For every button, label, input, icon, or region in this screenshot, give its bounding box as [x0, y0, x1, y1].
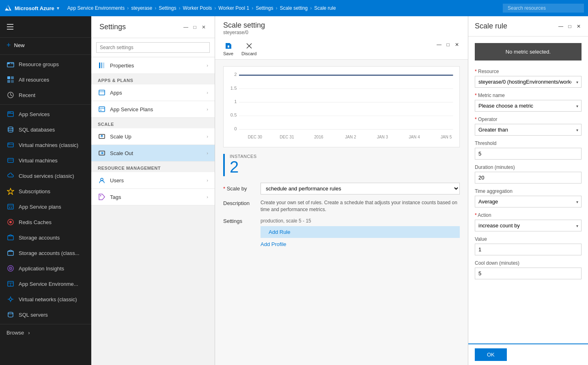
- svg-marker-36: [8, 250, 13, 251]
- sidebar-item-cloud-services[interactable]: Cloud services (classic): [0, 168, 91, 184]
- redis-icon: [6, 218, 15, 226]
- sidebar-item-recent[interactable]: Recent: [0, 87, 91, 103]
- ok-button[interactable]: OK: [475, 348, 507, 361]
- sidebar-item-application-insights[interactable]: Application Insights: [0, 261, 91, 276]
- breadcrumb-item-1[interactable]: steyerase: [131, 5, 152, 11]
- action-select[interactable]: increase count by decrease count by incr…: [475, 220, 582, 231]
- value-input[interactable]: [475, 244, 582, 255]
- settings-nav-scale-up[interactable]: Scale Up ›: [91, 128, 215, 145]
- scaleup-chevron: ›: [207, 134, 208, 139]
- scale-close-button[interactable]: ✕: [454, 42, 460, 48]
- breadcrumb-item-0[interactable]: App Service Environments: [67, 5, 125, 11]
- cooldown-label: Cool down (minutes): [475, 260, 582, 266]
- settings-nav-tags[interactable]: Tags ›: [91, 189, 215, 205]
- sidebar-item-storage-classic[interactable]: Storage accounts (class...: [0, 245, 91, 261]
- resource-select-wrapper: steyerase/0 (hostingEnvironments/worker.…: [475, 76, 582, 88]
- svg-rect-29: [9, 207, 10, 208]
- value-field: Value: [475, 236, 582, 255]
- duration-input[interactable]: [475, 172, 582, 184]
- search-input[interactable]: [503, 4, 584, 13]
- scale-section-label: SCALE: [91, 118, 215, 128]
- app-services-icon: [6, 110, 15, 118]
- threshold-input[interactable]: [475, 148, 582, 160]
- breadcrumb-item-2[interactable]: Settings: [159, 5, 176, 11]
- svg-text:1: 1: [234, 99, 237, 104]
- svg-text:2: 2: [234, 72, 237, 77]
- scale-out-icon: [98, 149, 106, 157]
- scale-chart: 2 1.5 1 0.5 0 DEC 30: [223, 66, 460, 147]
- breadcrumb-item-4[interactable]: Worker Pool 1: [218, 5, 249, 11]
- sidebar-item-resource-groups[interactable]: Resource groups: [0, 56, 91, 72]
- breadcrumb-item-7[interactable]: Scale rule: [314, 5, 336, 11]
- top-bar: Microsoft Azure ▾ App Service Environmen…: [0, 0, 588, 16]
- resource-select[interactable]: steyerase/0 (hostingEnvironments/worker.…: [475, 76, 582, 88]
- settings-nav-properties[interactable]: Properties ›: [91, 57, 215, 74]
- logo-chevron[interactable]: ▾: [57, 6, 59, 11]
- sidebar-item-label: App Service plans: [19, 204, 61, 210]
- scale-minimize-button[interactable]: —: [436, 42, 442, 48]
- panels-container: Settings — □ ✕ Properties ›: [91, 16, 588, 365]
- browse-button[interactable]: Browse ›: [0, 326, 91, 339]
- scale-rule-minimize-button[interactable]: —: [558, 24, 564, 29]
- sidebar-item-sql-servers[interactable]: SQL servers: [0, 307, 91, 322]
- sidebar-item-vm-classic[interactable]: Virtual machines (classic): [0, 137, 91, 153]
- settings-nav-scale-out[interactable]: Scale Out ›: [91, 145, 215, 162]
- settings-search-input[interactable]: [96, 42, 210, 53]
- sidebar-item-storage-accounts[interactable]: Storage accounts: [0, 230, 91, 245]
- sidebar-item-label: Storage accounts: [19, 235, 60, 241]
- new-button[interactable]: + New: [0, 38, 91, 53]
- breadcrumb-item-3[interactable]: Worker Pools: [183, 5, 212, 11]
- settings-nav-apps[interactable]: Apps ›: [91, 84, 215, 101]
- svg-line-15: [11, 95, 12, 96]
- settings-nav-apps-left: Apps: [98, 89, 122, 97]
- settings-minimize-button[interactable]: —: [183, 24, 189, 30]
- app-logo[interactable]: Microsoft Azure ▾: [4, 4, 59, 12]
- sidebar-item-label: SQL databases: [19, 127, 55, 133]
- operator-select[interactable]: Greater than Greater than or equal to Le…: [475, 124, 582, 136]
- scale-toolbar: Save Discard — □ ✕: [223, 39, 460, 59]
- sidebar-item-sql-databases[interactable]: SQL databases: [0, 122, 91, 137]
- sidebar-item-redis-caches[interactable]: Redis Caches: [0, 214, 91, 230]
- sidebar-item-virtual-networks[interactable]: Virtual networks (classic): [0, 292, 91, 307]
- scale-by-select[interactable]: schedule and performance rules scale to …: [261, 183, 460, 194]
- browse-chevron: ›: [28, 330, 30, 336]
- settings-nav-users[interactable]: Users ›: [91, 172, 215, 189]
- hamburger-menu-icon[interactable]: [4, 19, 16, 35]
- svg-text:2016: 2016: [314, 135, 323, 139]
- settings-nav-app-service-plans[interactable]: App Service Plans ›: [91, 101, 215, 118]
- metric-name-select[interactable]: Please choose a metric CPU Percentage Me…: [475, 100, 582, 112]
- svg-rect-54: [99, 107, 105, 112]
- settings-nav-asp-left: App Service Plans: [98, 105, 153, 113]
- apps-plans-section-label: APPS & PLANS: [91, 74, 215, 84]
- settings-close-button[interactable]: ✕: [201, 24, 207, 30]
- add-rule-button[interactable]: Add Rule: [261, 226, 460, 238]
- breadcrumb-item-6[interactable]: Scale setting: [280, 5, 308, 11]
- breadcrumb-item-5[interactable]: Settings: [256, 5, 273, 11]
- svg-point-43: [9, 298, 12, 300]
- scale-maximize-button[interactable]: □: [445, 42, 451, 48]
- sidebar-item-label: Recent: [19, 92, 35, 98]
- sidebar-divider-1: [0, 54, 91, 55]
- time-aggregation-select[interactable]: Average Minimum Maximum Total Last: [475, 196, 582, 207]
- add-profile-link[interactable]: Add Profile: [261, 240, 460, 249]
- sidebar-item-app-services[interactable]: App Services: [0, 106, 91, 122]
- users-icon: [98, 176, 106, 184]
- scale-rule-maximize-button[interactable]: □: [567, 24, 573, 29]
- svg-rect-50: [101, 63, 102, 68]
- save-label: Save: [223, 51, 233, 56]
- settings-content: production, scale 5 - 15 Add Rule Add Pr…: [261, 218, 460, 249]
- settings-panel-win-buttons: — □ ✕: [183, 24, 207, 30]
- vm-icon: [6, 156, 15, 164]
- sidebar-item-all-resources[interactable]: All resources: [0, 72, 91, 87]
- cooldown-input[interactable]: [475, 268, 582, 279]
- sidebar-item-app-service-plans[interactable]: App Service plans: [0, 199, 91, 214]
- discard-button[interactable]: Discard: [241, 42, 256, 56]
- sidebar-item-vm[interactable]: Virtual machines: [0, 153, 91, 168]
- svg-rect-12: [11, 80, 14, 83]
- save-button[interactable]: Save: [223, 42, 233, 56]
- sidebar-item-app-service-environments[interactable]: App Service Environme...: [0, 276, 91, 292]
- cloud-services-icon: [6, 172, 15, 180]
- settings-maximize-button[interactable]: □: [192, 24, 198, 30]
- scale-rule-close-button[interactable]: ✕: [576, 24, 582, 29]
- sidebar-item-subscriptions[interactable]: Subscriptions: [0, 184, 91, 199]
